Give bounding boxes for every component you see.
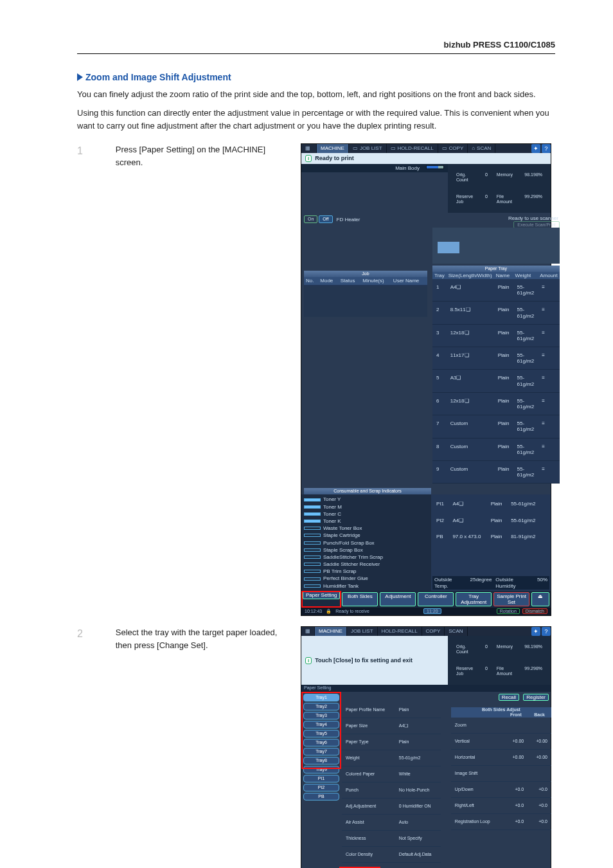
tab-copy[interactable]: COPY — [422, 627, 445, 636]
row-value: Auto — [395, 815, 441, 831]
step-number: 1 — [77, 138, 112, 621]
tab-joblist[interactable]: JOB LIST — [347, 627, 378, 636]
counters: Orig. Count0Memory98.198% Reserve Job0Fi… — [448, 164, 551, 213]
orig-count: 0 — [481, 167, 492, 188]
tab-bar: ▦ MACHINE JOB LIST HOLD-RECALL COPY SCAN… — [301, 627, 551, 636]
top-right-buttons: ✦ ? — [531, 144, 551, 153]
both-sides-button[interactable]: Both Sides — [342, 592, 378, 606]
section-title: Zoom and Image Shift Adjustment — [77, 71, 555, 84]
row-label: Paper Size — [342, 718, 395, 734]
sample-print-button[interactable]: Sample Print Set — [493, 592, 529, 606]
supply-label: Toner C — [323, 511, 341, 517]
table-row[interactable]: 8CustomPlain55-61g/m2≡ — [432, 438, 560, 460]
table-row: Image Shift — [451, 765, 551, 781]
tab-scan[interactable]: SCAN — [445, 627, 467, 636]
supply-label: Toner K — [323, 518, 341, 524]
tray-button[interactable]: Tray8 — [303, 757, 339, 764]
outside-humid: 50% — [537, 577, 547, 588]
apps-icon[interactable]: ▦ — [301, 627, 315, 636]
register-button[interactable]: Register — [523, 694, 549, 701]
supply-label: Humidifier Tank — [323, 583, 359, 589]
table-row: PB97.0 x 473.0Plain81-91g/m2 — [432, 529, 549, 545]
table-row[interactable]: 28.5x11❏Plain55-61g/m2≡ — [432, 302, 560, 324]
paper-setting-button[interactable]: Paper Setting — [303, 591, 340, 599]
tab-scan-label: SCAN — [477, 145, 491, 151]
tray-button[interactable]: PB — [303, 793, 339, 800]
ready-to-receive: Ready to receive — [335, 609, 369, 614]
help-icon[interactable]: ? — [542, 627, 551, 636]
tray-button[interactable]: Tray1 — [303, 694, 339, 701]
output-preview — [432, 228, 560, 264]
tab-machine[interactable]: MACHINE — [317, 144, 349, 153]
outside-temp: 25degree — [470, 577, 492, 588]
supply-label: SaddleStitcher Trim Scrap — [323, 554, 383, 560]
tab-copy-label: COPY — [449, 145, 464, 151]
table-row[interactable]: 612x18❏Plain55-61g/m2≡ — [432, 392, 560, 415]
tray-button[interactable]: PI1 — [303, 775, 339, 782]
bar-icon — [304, 527, 321, 530]
tab-machine[interactable]: MACHINE — [315, 627, 347, 636]
bar-icon — [304, 534, 321, 537]
bar-icon — [304, 512, 321, 516]
row-value: Not Specify — [395, 831, 441, 847]
col-tray: Tray — [432, 272, 447, 279]
outside-temp-label: Outside Temp. — [434, 577, 466, 588]
access-icon[interactable]: ✦ — [531, 627, 540, 636]
tab-copy[interactable]: ▭COPY — [438, 144, 468, 153]
file-amount-label: File Amount — [493, 189, 520, 210]
help-icon[interactable]: ? — [542, 144, 551, 153]
table-row[interactable]: 9CustomPlain55-61g/m2≡ — [432, 460, 560, 483]
table-row[interactable]: 7CustomPlain55-61g/m2≡ — [432, 415, 560, 438]
access-icon[interactable]: ✦ — [531, 144, 540, 153]
status-text: Touch [Close] to fix setting and exit — [315, 657, 413, 664]
tray-button[interactable]: Tray5 — [303, 730, 339, 737]
time-button[interactable]: 11:20 — [423, 608, 441, 614]
row-value: 55-61g/m2 — [395, 750, 441, 766]
table-row[interactable]: 5A3❏Plain55-61g/m2≡ — [432, 370, 560, 392]
adjustment-button[interactable]: Adjustment — [380, 592, 416, 606]
col-front: Front — [504, 712, 528, 718]
main-body-meter — [426, 165, 444, 169]
heater-off-button[interactable]: Off — [319, 215, 332, 223]
table-row[interactable]: 312x18❏Plain55-61g/m2≡ — [432, 324, 560, 347]
table-row[interactable]: 1A4❏Plain55-61g/m2≡ — [432, 279, 560, 302]
bottom-strip: 10:12:43 🔒 Ready to receive 11:20 Rotati… — [301, 608, 551, 615]
tab-recall[interactable]: HOLD-RECALL — [378, 627, 422, 636]
table-row[interactable]: 411x17❏Plain55-61g/m2≡ — [432, 347, 560, 370]
tray-button[interactable]: Tray3 — [303, 712, 339, 719]
tab-label: SCAN — [449, 628, 463, 634]
eject-button[interactable]: ⏏ — [531, 592, 549, 606]
tab-recall[interactable]: ▭HOLD-RECALL — [387, 144, 438, 153]
tab-joblist[interactable]: ▭JOB LIST — [349, 144, 387, 153]
table-row: PI1A4❏Plain55-61g/m2 — [432, 496, 549, 512]
tray-button[interactable]: Tray9 — [303, 766, 339, 773]
tray-button[interactable]: Tray2 — [303, 703, 339, 710]
printer-illustration — [304, 225, 427, 269]
tray-button[interactable]: PI2 — [303, 784, 339, 791]
row-value: White — [395, 766, 441, 782]
tray-adj-button[interactable]: Tray Adjustment — [456, 592, 492, 606]
controller-button[interactable]: Controller — [418, 592, 454, 606]
tray-button[interactable]: Tray6 — [303, 739, 339, 746]
v: 0 — [481, 639, 492, 660]
table-row: Up/Down+0.0+0.0 — [451, 781, 551, 797]
file-amount-value: 99.298% — [520, 189, 546, 210]
l: Memory — [493, 639, 520, 660]
l: Reserve Job — [452, 661, 480, 682]
row-label: Paper Type — [342, 734, 395, 750]
counters: Orig. Count0Memory98.198% Reserve Job0Fi… — [448, 636, 551, 685]
col-mode: Mode — [318, 277, 338, 284]
heater-on-button[interactable]: On — [304, 215, 317, 223]
apps-icon[interactable]: ▦ — [301, 144, 317, 153]
col-size: Size(Length/Width) — [447, 272, 494, 279]
status-bar: i Touch [Close] to fix setting and exit — [301, 636, 448, 685]
recall-button[interactable]: Recall — [499, 694, 519, 701]
tray-detail: Recall Register Paper Profile NamePlain … — [342, 694, 549, 863]
tray-button[interactable]: Tray7 — [303, 748, 339, 755]
tray-button[interactable]: Tray4 — [303, 721, 339, 728]
row-value: A4❏ — [395, 718, 441, 734]
bar-icon — [304, 505, 321, 509]
main-body-label: Main Body — [395, 165, 420, 171]
tab-scan[interactable]: ⌂SCAN — [468, 144, 495, 153]
table-row: Vertical+0.00+0.00 — [451, 733, 551, 749]
